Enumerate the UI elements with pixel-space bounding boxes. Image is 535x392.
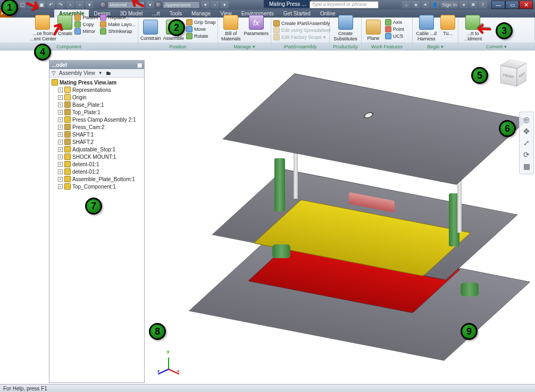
qat-icon-c[interactable]: ▾ xyxy=(85,1,94,8)
sys-icon-e[interactable]: ✖ xyxy=(469,1,478,8)
tree-item[interactable]: +Base_Plate:1 xyxy=(49,101,144,108)
part-icon xyxy=(64,131,71,138)
move-button[interactable]: Move xyxy=(186,26,216,32)
browser-pin-icon[interactable]: ▣ xyxy=(137,62,142,68)
sign-in-button[interactable]: Sign In xyxy=(440,1,458,8)
plane-button[interactable]: Plane xyxy=(364,19,383,41)
panel-manage: Bill of Materials fx Parameters Manage ▾ xyxy=(218,18,271,50)
minimize-button[interactable]: — xyxy=(491,1,505,9)
pattern-button[interactable]: Pattern xyxy=(74,14,98,21)
browser-toolbar: ▽ Assembly View ▼ 🖿 xyxy=(49,69,144,78)
grip-snap-button[interactable]: Grip Snap xyxy=(186,19,216,25)
callout-9: 9 xyxy=(461,323,478,340)
tube-pipe-button[interactable]: Tu... xyxy=(440,14,456,36)
axis-button[interactable]: Axis xyxy=(385,19,404,25)
undo-icon[interactable]: ↶ xyxy=(47,1,55,8)
appearance-orb-icon xyxy=(155,2,162,8)
document-tab[interactable]: Mating Press ... xyxy=(264,0,311,8)
qat-misc2-icon[interactable]: ▾ xyxy=(220,1,229,8)
tree-item[interactable]: +Press Clamp Assembly 2:1 xyxy=(49,116,144,123)
shrinkwrap-button[interactable]: Shrinkwrap xyxy=(100,28,136,35)
rotate-button[interactable]: Rotate xyxy=(186,33,216,39)
cable-harness-button[interactable]: Cable ...d Harness xyxy=(415,14,438,41)
appearance-combo[interactable]: Appearance xyxy=(163,1,200,8)
make-layout-button[interactable]: Make Layo... xyxy=(100,21,136,28)
zoom-icon[interactable]: ⤢ xyxy=(520,137,533,149)
tree-item[interactable]: +Top_Component:1 xyxy=(49,183,144,190)
callout-2: 2 xyxy=(168,19,185,36)
tree-item[interactable]: +detent-01:1 xyxy=(49,160,144,168)
part-icon xyxy=(64,109,71,115)
close-button[interactable]: ✕ xyxy=(519,1,533,9)
panel-ipart-title: iPart/iAssembly xyxy=(271,42,329,50)
tree-item[interactable]: +SHOCK MOUNT:1 xyxy=(49,153,144,160)
panel-work-features: Plane Axis Point UCS Work Features xyxy=(362,18,413,50)
panel-position-title: Position xyxy=(138,42,218,50)
assembly-icon xyxy=(64,116,71,123)
user-icon[interactable]: 👤 xyxy=(431,1,439,8)
search-input[interactable]: Type a keyword or phrase xyxy=(310,1,379,8)
tab-manage[interactable]: Manage xyxy=(187,10,215,18)
viewcube-front[interactable]: FRONT xyxy=(500,65,517,87)
navigation-bar: ◎ ✥ ⤢ ⟳ ▦ xyxy=(519,112,534,174)
ribbon: ...ce from ...ent Center Create Pattern … xyxy=(0,18,535,50)
callout-8: 8 xyxy=(149,323,166,340)
tab-insert[interactable]: ...rt xyxy=(147,10,164,18)
point-button[interactable]: Point xyxy=(385,26,404,32)
replace-button[interactable]: Replace... xyxy=(100,14,136,21)
coordinate-triad: y x z xyxy=(158,351,180,372)
assembly-icon xyxy=(64,183,71,190)
steering-wheel-icon[interactable]: ◎ xyxy=(520,114,533,125)
folder-icon xyxy=(64,87,71,93)
redo-icon[interactable]: ↷ xyxy=(56,1,65,8)
assembly-icon xyxy=(64,168,71,175)
tree-item[interactable]: +Adjustable_Stop:1 xyxy=(49,146,144,153)
sys-icon-c[interactable]: ✦ xyxy=(421,1,430,8)
panel-begin-title: Begin ▾ xyxy=(413,42,458,50)
tree-item[interactable]: +Assemble_Plate_Bottom:1 xyxy=(49,175,144,183)
part-icon xyxy=(64,101,71,108)
part-icon xyxy=(64,124,71,130)
help-icon[interactable]: ? xyxy=(479,1,487,8)
tree-item[interactable]: +SHAFT:2 xyxy=(49,138,144,146)
bom-button[interactable]: Bill of Materials xyxy=(220,14,241,41)
sys-icon-d[interactable]: ▾ xyxy=(459,1,468,8)
tree-item[interactable]: +Press_Cam:2 xyxy=(49,123,144,131)
maximize-button[interactable]: ▭ xyxy=(505,1,519,9)
view-cube[interactable]: RIGHT FRONT xyxy=(505,63,525,89)
constrain-button[interactable]: Constrain xyxy=(140,19,161,41)
filter-icon[interactable]: ▽ xyxy=(52,70,56,76)
ucs-button[interactable]: UCS xyxy=(385,33,404,39)
model-tree: Mating Press View.iam +Representations +… xyxy=(49,78,144,191)
tab-tools[interactable]: Tools xyxy=(165,10,187,18)
lookat-icon[interactable]: ▦ xyxy=(520,160,533,172)
sys-icon-a[interactable]: ⌂ xyxy=(402,1,411,8)
pan-icon[interactable]: ✥ xyxy=(520,125,533,137)
assembly-icon xyxy=(64,176,71,182)
parameters-button[interactable]: fx Parameters xyxy=(244,14,269,36)
tab-get-started[interactable]: Get Started xyxy=(279,10,315,18)
browser-tool-icon[interactable]: 🖿 xyxy=(106,70,111,76)
create-substitutes-button[interactable]: Create Substitutes xyxy=(332,14,359,41)
tree-item[interactable]: +Representations xyxy=(49,86,144,93)
assembly-view-dropdown[interactable]: Assembly View xyxy=(59,70,95,76)
panel-convert-title: Convert ▾ xyxy=(458,42,534,50)
appearance-dropdown-icon[interactable]: ▾ xyxy=(201,1,210,8)
tree-item[interactable]: +SHAFT:1 xyxy=(49,131,144,138)
qat-misc-icon[interactable]: ▫ xyxy=(211,1,219,8)
tree-item[interactable]: +detent-01:2 xyxy=(49,168,144,175)
qat-icon-b[interactable]: ▫ xyxy=(76,1,84,8)
tree-root[interactable]: Mating Press View.iam xyxy=(49,79,144,86)
mirror-button[interactable]: Mirror xyxy=(74,28,98,35)
tree-item[interactable]: +Origin xyxy=(49,93,144,101)
orbit-icon[interactable]: ⟳ xyxy=(520,149,533,160)
copy-button[interactable]: Copy xyxy=(74,21,98,28)
qat-icon-a[interactable]: ▫ xyxy=(66,1,74,8)
tree-item[interactable]: +Top_Plate:1 xyxy=(49,108,144,116)
status-bar: For Help, press F1 xyxy=(0,384,535,392)
create-ipart-button[interactable]: Create iPart/iAssembly xyxy=(273,20,331,27)
panel-productivity-title: Productivity xyxy=(330,42,361,50)
material-orb-icon xyxy=(100,2,106,8)
model-render xyxy=(195,73,492,371)
sys-icon-b[interactable]: ★ xyxy=(412,1,420,8)
